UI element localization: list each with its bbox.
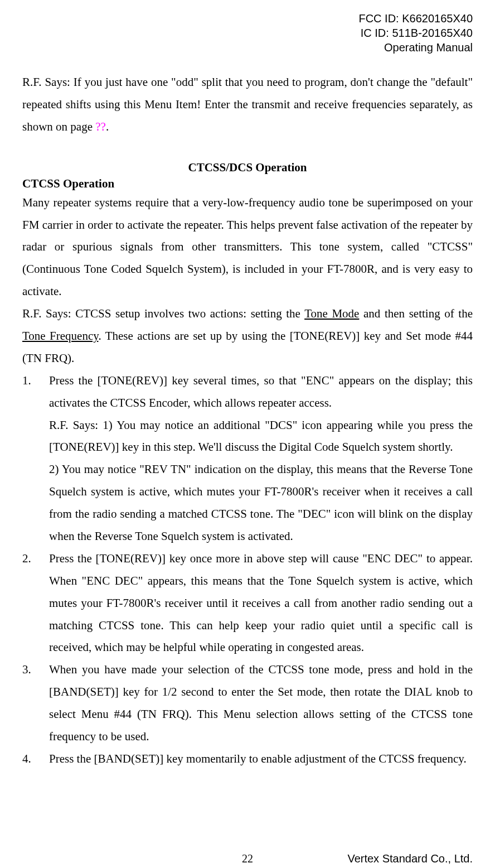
list-number-3: 3. xyxy=(22,659,49,681)
section-title-ctcss-dcs: CTCSS/DCS Operation xyxy=(22,161,473,175)
intro-text-1: R.F. Says: If you just have one "odd" sp… xyxy=(22,75,473,133)
section-title-ctcss-operation: CTCSS Operation xyxy=(22,177,473,191)
list-1-line-c: 2) You may notice "REV TN" indication on… xyxy=(49,459,473,548)
list-number-2: 2. xyxy=(22,548,49,570)
footer-company-name: Vertex Standard Co., Ltd. xyxy=(347,852,473,865)
page: FCC ID: K6620165X40 IC ID: 511B-20165X40… xyxy=(0,0,495,868)
body-paragraph-2: R.F. Says: CTCSS setup involves two acti… xyxy=(22,303,473,370)
numbered-list: 1. Press the [TONE(REV)] key several tim… xyxy=(22,370,473,770)
list-body-4: Press the [BAND(SET)] key momentarily to… xyxy=(49,748,473,770)
body2-tone-mode: Tone Mode xyxy=(304,307,359,320)
header-block: FCC ID: K6620165X40 IC ID: 511B-20165X40… xyxy=(22,11,473,55)
header-manual-title: Operating Manual xyxy=(22,40,473,55)
list-1-line-a: Press the [TONE(REV)] key several times,… xyxy=(49,370,473,414)
list-number-1: 1. xyxy=(22,370,49,392)
list-body-2: Press the [TONE(REV)] key once more in a… xyxy=(49,548,473,659)
list-item-4: 4. Press the [BAND(SET)] key momentarily… xyxy=(22,748,473,770)
list-body-1: Press the [TONE(REV)] key several times,… xyxy=(49,370,473,548)
header-fcc-id: FCC ID: K6620165X40 xyxy=(22,11,473,26)
body2-tone-frequency: Tone Frequency xyxy=(22,329,98,343)
intro-page-ref: ?? xyxy=(95,120,106,133)
list-item-3: 3. When you have made your selection of … xyxy=(22,659,473,748)
header-ic-id: IC ID: 511B-20165X40 xyxy=(22,26,473,40)
body2-mid: and then setting of the xyxy=(359,307,473,320)
body-paragraph-1: Many repeater systems require that a ver… xyxy=(22,192,473,303)
intro-paragraph: R.F. Says: If you just have one "odd" sp… xyxy=(22,71,473,138)
list-number-4: 4. xyxy=(22,748,49,770)
footer-page-number: 22 xyxy=(242,852,253,865)
list-item-2: 2. Press the [TONE(REV)] key once more i… xyxy=(22,548,473,659)
intro-text-3: . xyxy=(106,120,109,133)
list-1-line-b: R.F. Says: 1) You may notice an addition… xyxy=(49,414,473,459)
list-item-1: 1. Press the [TONE(REV)] key several tim… xyxy=(22,370,473,548)
body2-pre: R.F. Says: CTCSS setup involves two acti… xyxy=(22,307,304,320)
list-body-3: When you have made your selection of the… xyxy=(49,659,473,748)
